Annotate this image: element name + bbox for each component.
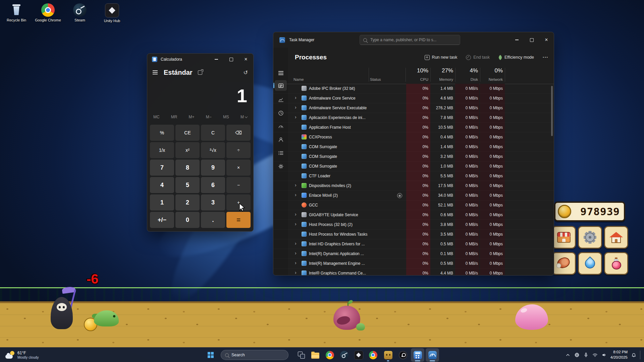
multiply-button[interactable]: × (226, 160, 251, 176)
task-manager-titlebar[interactable]: Task Manager (273, 32, 554, 48)
home-button[interactable] (604, 226, 628, 249)
calc-maximize-button[interactable] (224, 54, 238, 65)
column-header-status[interactable]: Status (370, 77, 381, 81)
expand-chevron-icon[interactable] (295, 260, 299, 265)
digit-3-button[interactable]: 3 (201, 194, 225, 210)
column-header-cpu[interactable]: CPU (407, 77, 428, 81)
memory-clear-button[interactable]: MC (153, 115, 160, 119)
backspace-button[interactable]: ⌫ (226, 125, 251, 141)
digit-8-button[interactable]: 8 (175, 160, 200, 176)
chrome-taskbar-button[interactable] (323, 348, 336, 362)
table-row[interactable]: Adobe IPC Broker (32 bit) 0% 1.4 MB 0 MB… (273, 84, 554, 94)
add-button[interactable]: + (226, 194, 251, 210)
expand-chevron-icon[interactable] (295, 114, 299, 120)
table-row[interactable]: GCC 0% 52.1 MB 0 MB/s 0 Mbps (273, 200, 554, 210)
keep-on-top-icon[interactable] (198, 70, 202, 75)
table-row[interactable]: CTF Loader 0% 5.5 MB 0 MB/s 0 Mbps (273, 171, 554, 181)
digit-4-button[interactable]: 4 (150, 177, 174, 193)
table-row[interactable]: Intel HD Graphics Drivers for ... 0% 0.5… (273, 239, 554, 249)
expand-chevron-icon[interactable] (295, 212, 299, 217)
taskbar-clock[interactable]: 8:02 PM 4/20/2025 (610, 350, 628, 360)
task-manager-search-input[interactable] (370, 37, 457, 43)
file-explorer-button[interactable] (309, 348, 322, 362)
efficiency-mode-button[interactable]: Efficiency mode (498, 55, 534, 60)
task-manager-taskbar-button[interactable] (426, 348, 439, 362)
expand-chevron-icon[interactable] (295, 182, 299, 188)
table-row[interactable]: Aplicación Experiencias de ini... 0% 7.8… (273, 113, 554, 123)
digit-9-button[interactable]: 9 (201, 160, 225, 176)
calculator-titlebar[interactable]: Calculadora (147, 54, 253, 65)
table-row[interactable]: COM Surrogate 0% 1.0 MB 0 MB/s 0 Mbps (273, 162, 554, 171)
chrome-taskbar-button-2[interactable] (366, 348, 380, 362)
table-row[interactable]: Host Process for Windows Tasks 0% 3.5 MB… (273, 230, 554, 239)
tm-minimize-button[interactable] (509, 32, 524, 48)
column-header-name[interactable]: Name (293, 77, 304, 81)
bird-pet-sprite[interactable] (332, 304, 363, 331)
tray-wifi-icon[interactable] (592, 352, 598, 358)
water-button[interactable] (578, 252, 602, 275)
pet-game-taskbar-button[interactable] (381, 348, 395, 362)
expand-chevron-icon[interactable] (295, 221, 299, 227)
subtract-button[interactable]: − (226, 177, 251, 193)
digit-0-button[interactable]: 0 (175, 212, 200, 228)
weather-widget[interactable]: 61°F Mostly cloudy (3, 348, 42, 362)
digit-7-button[interactable]: 7 (150, 160, 174, 176)
obs-taskbar-button[interactable] (396, 348, 410, 362)
tm-maximize-button[interactable] (524, 32, 539, 48)
table-row[interactable]: GIGABYTE Update Service 0% 0.6 MB 0 MB/s… (273, 210, 554, 220)
show-desktop-button[interactable] (640, 351, 641, 359)
task-manager-search[interactable] (360, 35, 460, 45)
table-row[interactable]: COM Surrogate 0% 3.2 MB 0 MB/s 0 Mbps (273, 152, 554, 162)
expand-chevron-icon[interactable] (295, 95, 299, 100)
clear-entry-button[interactable]: CE (175, 125, 200, 141)
tm-close-button[interactable] (539, 32, 554, 48)
table-row[interactable]: Antimalware Core Service 0% 4.6 MB 0 MB/… (273, 94, 554, 103)
taskbar-search[interactable]: Search (221, 350, 288, 360)
scrollbar-thumb[interactable] (551, 86, 553, 136)
table-row[interactable]: Antimalware Service Executable 0% 276.2 … (273, 103, 554, 113)
tray-volume-icon[interactable] (601, 352, 607, 358)
digit-2-button[interactable]: 2 (175, 194, 200, 210)
more-options-button[interactable]: ··· (543, 55, 548, 60)
table-row[interactable]: Dispositivos móviles (2) 0% 17.5 MB 0 MB… (273, 181, 554, 191)
gear-button[interactable] (578, 226, 602, 249)
task-view-button[interactable] (294, 348, 308, 362)
green-pet-sprite[interactable] (94, 307, 121, 328)
column-header-memory[interactable]: Memory (431, 77, 453, 81)
memory-store-button[interactable]: MS (223, 115, 229, 119)
shop-button[interactable] (552, 226, 576, 249)
calc-close-button[interactable] (238, 54, 253, 65)
expand-chevron-icon[interactable] (295, 192, 299, 197)
unity-taskbar-button[interactable] (352, 348, 365, 362)
memory-add-button[interactable]: M+ (189, 115, 195, 119)
reaper-sprite[interactable] (49, 288, 82, 331)
slime-pet-sprite[interactable] (515, 304, 548, 330)
memory-flyout-button[interactable]: M (240, 115, 247, 119)
steam-taskbar-button[interactable] (337, 348, 351, 362)
end-task-button[interactable]: End task (466, 55, 490, 60)
desktop-icon-steam[interactable]: Steam (66, 3, 93, 22)
calculator-taskbar-button[interactable] (411, 348, 424, 362)
memory-recall-button[interactable]: MR (171, 115, 177, 119)
run-new-task-button[interactable]: Run new task (425, 55, 458, 60)
expand-chevron-icon[interactable] (295, 105, 299, 110)
table-row[interactable]: Intel(R) Management Engine ... 0% 0.5 MB… (273, 259, 554, 268)
sqrt-button[interactable]: ²√x (201, 142, 225, 158)
tray-mic-icon[interactable] (583, 352, 589, 358)
digit-1-button[interactable]: 1 (150, 194, 174, 210)
expand-chevron-icon[interactable] (295, 250, 299, 256)
hamburger-menu-icon[interactable] (153, 70, 158, 74)
equals-button[interactable]: = (226, 212, 251, 228)
square-button[interactable]: x² (175, 142, 200, 158)
digit-6-button[interactable]: 6 (201, 177, 225, 193)
start-button[interactable] (204, 348, 217, 362)
table-row[interactable]: Host Process (32 bit) (2) 0% 3.8 MB 0 MB… (273, 220, 554, 230)
notification-bell-icon[interactable] (631, 353, 636, 358)
plus-minus-button[interactable]: +/− (150, 212, 174, 228)
meat-button[interactable] (552, 252, 576, 275)
desktop-icon-recycle-bin[interactable]: Recycle Bin (3, 3, 30, 22)
calc-minimize-button[interactable] (209, 54, 224, 65)
decimal-button[interactable]: . (201, 212, 225, 228)
desktop-icon-google-chrome[interactable]: Google Chrome (35, 3, 61, 22)
table-row[interactable]: Intel® Graphics Command Ce... 0% 4.4 MB … (273, 268, 554, 275)
